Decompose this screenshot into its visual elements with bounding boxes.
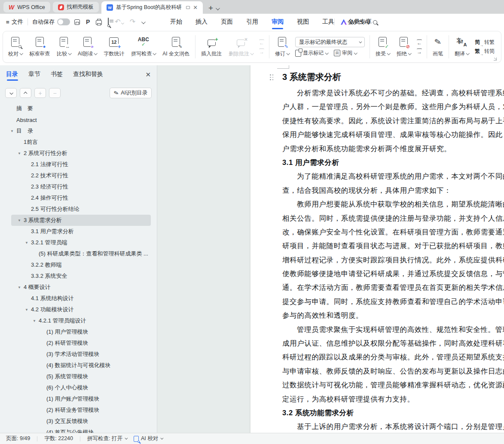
toc-item[interactable]: 3.2.2 教师端	[11, 259, 151, 271]
ribbon-expand-icon[interactable]	[494, 58, 497, 61]
redo-icon[interactable]: ↷	[130, 18, 135, 25]
document-text-line[interactable]: 使教师能够便捷地申请登记科研成果，并通过系统提交反馈信息，与管理	[282, 267, 504, 280]
review-pane-button[interactable]: 回 审阅	[334, 49, 357, 57]
toc-item[interactable]: (2) 科研管理模块	[11, 338, 151, 349]
toc-item[interactable]: ▼4.2.1 管理员端设计	[11, 315, 151, 326]
sidebar-tab-1[interactable]: 章节	[28, 70, 40, 81]
chevron-down-button[interactable]	[5, 88, 17, 98]
ai-read-aloud-button[interactable]: » AI朗读	[74, 35, 100, 59]
close-sidebar-icon[interactable]: ✕	[145, 71, 151, 78]
print-preview-icon[interactable]	[108, 18, 109, 26]
document-text-line[interactable]: 教师用户想要能从系统中获取学校的相关信息，期望系统能清晰的展	[282, 197, 504, 211]
document-text-line[interactable]: 基于上诉的用户需求分析，本系统将设计两个端口，分别是管理员端	[282, 420, 504, 433]
document-text-line[interactable]: 便捷性有较高要求。因此，系统设计需注重简洁的界面布局与易于上手的	[282, 114, 504, 128]
caret-down-icon[interactable]: ▼	[33, 319, 36, 323]
sidebar-tab-3[interactable]: 查找和替换	[73, 70, 103, 81]
document-text-line[interactable]: 改，确保账户安全与个性化设置。在科研项目管理方面，教师需要通过系	[282, 225, 504, 239]
spell-check-indicator[interactable]: 拼写检查: 打开	[87, 435, 127, 442]
proofread-button[interactable]: 校对	[5, 35, 26, 59]
toc-item[interactable]: (3) 交互反馈模块	[11, 416, 151, 427]
document-text-line[interactable]: 成用户认证、信息维护以及权限分配等基础操作，同时高效处理科研项目	[282, 336, 504, 350]
autosave-control[interactable]: 自动保存	[32, 18, 70, 26]
document-text-line[interactable]: 研项目，并能随时查看项目状态与进展。对于已获批的科研项目，教师期	[282, 239, 504, 252]
document-text-line[interactable]: 科研过程的跟踪以及成果的分类与审核。此外，管理员还期望系统支持学	[282, 350, 504, 364]
document-text-line[interactable]: 查，结合我国高校的现状分析，具体用户需求如下：	[282, 183, 504, 197]
print-icon[interactable]	[96, 20, 102, 25]
traditional-to-simplified-button[interactable]: 繁 转简	[475, 48, 495, 55]
minus-button[interactable]: −	[49, 88, 61, 98]
document-text-line[interactable]: 户需求分析和系统功能需求分析两个维度展开研究。	[282, 142, 504, 155]
toc-item[interactable]: ▼目 录	[11, 125, 151, 137]
document-heading[interactable]: 3.1 用户需求分析	[282, 155, 504, 169]
plus-button[interactable]: +	[34, 88, 46, 98]
caret-down-icon[interactable]: ▼	[18, 286, 21, 289]
toc-item[interactable]: (2) 科研业务管理模块	[11, 404, 151, 416]
reject-change-button[interactable]: ⊘ 拒绝	[393, 35, 414, 59]
standard-review-button[interactable]: ● 标准审查	[26, 35, 53, 59]
paragraph-drag-handle-icon[interactable]	[270, 74, 274, 81]
toc-item[interactable]: (1) 用户账户管理模块	[11, 393, 151, 404]
toc-item[interactable]: 3.3.2 系统安全	[11, 271, 151, 282]
toc-item[interactable]: 摘 要	[11, 103, 151, 114]
search-button[interactable]	[373, 18, 377, 26]
document-text-line[interactable]: 保用户能够快速完成科研项目管理、成果审核等核心功能操作。因此，本	[282, 128, 504, 141]
document-text-line[interactable]: 与申请审核、教师反馈的及时响应、公告的发布与更新以及操作日志的记	[282, 364, 504, 378]
markup-state-select[interactable]: 显示标记的最终状态	[295, 37, 365, 47]
toc-item[interactable]: ▼3 系统需求分析	[11, 215, 151, 226]
toc-item[interactable]: 3.1 用户需求分析	[11, 226, 151, 237]
caret-down-icon[interactable]: ▼	[25, 308, 28, 312]
caret-down-icon[interactable]: ▼	[25, 241, 28, 245]
toc-item[interactable]: (3) 学术活动管理模块	[11, 349, 151, 360]
toc-item[interactable]: ▼4 概要设计	[11, 282, 151, 293]
document-text-line[interactable]: 管理员需求聚焦于实现科研管理的高效性、规范性和安全性。管理员	[282, 322, 504, 336]
simplified-to-traditional-button[interactable]: 简 转繁	[475, 39, 495, 46]
toc-item[interactable]: 2.4 操作可行性	[11, 192, 151, 204]
file-menu-button[interactable]: ≡ 文件	[6, 18, 23, 26]
tab-list-chevron-icon[interactable]	[216, 6, 220, 10]
toc-item[interactable]: (4) 首页与公告模块	[11, 427, 151, 433]
toc-item[interactable]: 2.1 法律可行性	[11, 159, 151, 170]
toc-item[interactable]: (1) 用户管理模块	[11, 326, 151, 338]
save-icon[interactable]	[74, 19, 80, 25]
document-text-line[interactable]: 相关公告。同时，系统需提供便捷的注册与登录功能，并支持个人信息的	[282, 211, 504, 225]
document-text-line[interactable]: 参与的高效性和透明度。	[282, 308, 504, 322]
ai-polish-button[interactable]: ✎ AI 全文润色	[159, 35, 193, 59]
document-page[interactable]: 3 系统需求分析分析需求是设计系统必不可少的基础。经调查，高校科研管理系统主户人…	[250, 65, 504, 433]
toc-item[interactable]: ▼3.2.1 管理员端	[11, 237, 151, 248]
toc-item[interactable]: 2.3 经济可行性	[11, 181, 151, 192]
document-text-line[interactable]: 增科研过程记录，方便实时跟踪项目执行情况。此外，系统应提供科研成	[282, 253, 504, 267]
translate-button[interactable]: 文A 翻译	[451, 35, 472, 59]
sidebar-tab-0[interactable]: 目录	[6, 70, 18, 81]
undo-button[interactable]: ↶	[115, 18, 123, 26]
word-count-indicator[interactable]: 字数: 22240	[44, 435, 73, 442]
page-indicator[interactable]: 页面: 9/49	[6, 435, 30, 442]
previous-comment-icon[interactable]: ←	[259, 40, 264, 46]
tab-active-document[interactable]: W 基于Spring Boot的高校科研 ✕	[101, 1, 203, 14]
caret-down-icon[interactable]: ▼	[18, 152, 21, 155]
document-text-line[interactable]: 为了能精准满足高校科研管理系统的用户需求，本文对两个不同的用	[282, 169, 504, 183]
menu-item-2[interactable]: 页面	[220, 14, 234, 30]
toc-item[interactable]: (4) 数据统计与可视化模块	[11, 360, 151, 371]
next-change-icon[interactable]: →	[417, 49, 422, 55]
show-markup-button[interactable]: 显示标记	[295, 49, 328, 57]
tab-wps-office[interactable]: W WPS Office	[3, 2, 50, 12]
menu-item-4[interactable]: 审阅	[271, 14, 284, 30]
toc-item[interactable]: 1前言	[11, 137, 151, 148]
menu-item-1[interactable]: 插入	[195, 14, 208, 30]
document-text-line[interactable]: 通。在学术活动方面，教师需要查看管理员在首页更新的相关学术信息，	[282, 280, 504, 294]
toc-item[interactable]: Abstract	[11, 114, 151, 125]
menu-item-5[interactable]: 视图	[296, 14, 310, 30]
document-text-line[interactable]: 户人群，一是管理员，另外一个则是教师。这些用户多为科研人员，对系	[282, 100, 504, 113]
toc-item[interactable]: 4.1 系统结构设计	[11, 293, 151, 304]
toc-item[interactable]: (5) 系统管理模块	[11, 371, 151, 382]
delete-comment-button[interactable]: × 删除批注	[225, 35, 257, 59]
toc-item[interactable]: ▼4.2 功能模块设计	[11, 304, 151, 315]
sidebar-tab-2[interactable]: 书签	[51, 70, 63, 81]
close-tab-icon[interactable]: ✕	[193, 5, 198, 10]
caret-down-icon[interactable]: ▼	[18, 219, 21, 222]
next-comment-icon[interactable]: →	[259, 49, 264, 55]
toolbar-chevron-icon[interactable]	[141, 20, 146, 24]
ai-recognize-toc-button[interactable]: ✎ AI识别目录	[110, 88, 152, 98]
spell-check-button[interactable]: ABC✓ 拼写检查	[128, 35, 159, 59]
window-mode-icon[interactable]	[186, 6, 190, 9]
